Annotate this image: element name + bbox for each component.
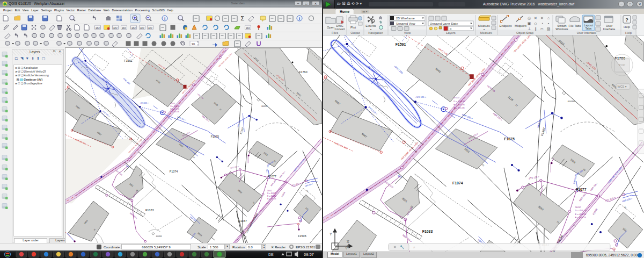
svg-text:✕: ✕ [534, 16, 537, 20]
svg-text:A = 456.24: A = 456.24 [575, 216, 587, 219]
svg-text:<SBR 700 -57.8-1.0%: <SBR 700 -57.8-1.0% [607, 166, 623, 184]
svg-text:F1760: F1760 [299, 70, 308, 74]
svg-text:Measure: Measure [480, 31, 493, 34]
svg-text:Help: Help [624, 25, 630, 28]
svg-text:F1075: F1075 [504, 137, 515, 141]
svg-text:<VC 125 >: <VC 125 > [140, 102, 149, 104]
svg-text:0: 0 [450, 27, 451, 31]
svg-text:<PVC 250: <PVC 250 [122, 77, 130, 85]
svg-text:User Interface: User Interface [577, 31, 596, 34]
svg-text:F1597: F1597 [239, 127, 244, 134]
svg-text:D = 459.19: D = 459.19 [267, 192, 276, 195]
svg-text:⊥: ⊥ [528, 27, 531, 31]
svg-text:STZ 120 >: STZ 120 > [291, 182, 300, 187]
svg-text:◇: ◇ [534, 22, 537, 25]
svg-text:abc: abc [113, 26, 118, 30]
svg-text:PVC 125 >: PVC 125 > [368, 106, 378, 115]
svg-text:<VC 125 >: <VC 125 > [415, 96, 427, 98]
svg-text:56/02: 56/02 [267, 190, 272, 192]
svg-text:Help: Help [625, 31, 632, 34]
svg-text:?: ? [625, 17, 628, 23]
svg-text:Layers: Layers [446, 31, 456, 34]
svg-text:•: • [548, 22, 550, 25]
svg-text:Unsaved Layer State: Unsaved Layer State [430, 22, 458, 25]
svg-text:<STZ 120: <STZ 120 [115, 169, 122, 176]
svg-text:Files: Files [332, 31, 338, 34]
svg-text:∥: ∥ [535, 27, 537, 31]
svg-text:NBR 250 >: NBR 250 > [129, 212, 138, 219]
svg-text:26: 26 [624, 206, 627, 210]
svg-text:abc: abc [96, 26, 100, 30]
svg-text:<PVC 250: <PVC 250 [393, 65, 404, 75]
svg-text:▣: ▣ [528, 22, 531, 25]
svg-text:NBR 250 >: NBR 250 > [579, 191, 588, 202]
svg-text:F1077: F1077 [576, 188, 587, 191]
svg-text:◔: ◔ [541, 22, 543, 25]
svg-text:▾: ▾ [370, 28, 371, 31]
svg-text:Navigation: Navigation [368, 31, 383, 34]
svg-text:abc: abc [131, 26, 136, 30]
svg-text:<HPE 125 -20K: <HPE 125 -20K [333, 141, 348, 150]
svg-text:F1074: F1074 [170, 170, 178, 173]
svg-text:Output: Output [350, 31, 360, 34]
svg-text:🔧: 🔧 [400, 245, 405, 249]
svg-text:Gschwaderstrasse: Gschwaderstrasse [244, 212, 258, 234]
svg-text:F1077: F1077 [268, 175, 276, 178]
svg-text:Y: Y [330, 232, 332, 236]
svg-text:D = 459.19: D = 459.19 [575, 209, 587, 212]
svg-text:✕: ✕ [540, 16, 544, 20]
svg-text:Extents: Extents [365, 24, 376, 27]
svg-text:Σ: Σ [241, 15, 245, 22]
svg-text:2D Wireframe: 2D Wireframe [396, 17, 415, 20]
svg-text:<SBR 700 -57.8-1.0%: <SBR 700 -57.8-1.0% [293, 158, 305, 173]
svg-text:View: View [404, 31, 411, 34]
svg-text:NBR 250 >: NBR 250 > [270, 178, 277, 187]
svg-text:⌕: ⌕ [413, 245, 415, 249]
svg-text:23: 23 [481, 163, 485, 167]
svg-text:F1506: F1506 [298, 234, 306, 238]
svg-text:F1591: F1591 [396, 42, 406, 46]
svg-text:D = 458.36: D = 458.36 [453, 100, 465, 103]
svg-text:STZ 120 >: STZ 120 > [529, 175, 540, 180]
svg-text:<STZ 120: <STZ 120 [384, 181, 394, 189]
svg-text:Unsaved View: Unsaved View [396, 22, 416, 25]
svg-text:Interface: Interface [603, 27, 616, 31]
svg-text:Measure: Measure [478, 24, 491, 27]
svg-text:X: X [347, 240, 349, 243]
svg-text:F1598: F1598 [592, 208, 598, 216]
svg-text:✕: ✕ [393, 245, 397, 249]
svg-text:▾: ▾ [484, 28, 485, 31]
svg-text:D = 458.36: D = 458.36 [171, 105, 180, 108]
svg-text:F1037: F1037 [238, 219, 247, 223]
svg-text:Tabs: Tabs [586, 27, 592, 30]
svg-text:PVC 125 >: PVC 125 > [102, 110, 110, 118]
svg-text:✂: ✂ [540, 27, 544, 31]
svg-text:abc: abc [140, 26, 145, 30]
svg-text:DE: DE [268, 253, 274, 256]
svg-text:6/100: 6/100 [171, 103, 175, 105]
svg-text:Windows: Windows [555, 27, 568, 31]
svg-text:File Tabs: File Tabs [568, 24, 581, 27]
svg-text:▨: ▨ [547, 27, 551, 31]
svg-text:F1591: F1591 [124, 59, 133, 62]
svg-text:F1033: F1033 [422, 230, 433, 233]
svg-text:◎: ◎ [528, 16, 531, 20]
svg-text:NBR 300 >: NBR 300 > [177, 116, 186, 121]
svg-text:600399: 600399 [261, 105, 267, 108]
svg-text:⌂: ⌂ [547, 16, 550, 20]
svg-text:STZ 120 >: STZ 120 > [230, 166, 239, 169]
svg-text:F1075: F1075 [211, 135, 219, 138]
svg-text:Convert: Convert [335, 27, 345, 31]
svg-text:09:57: 09:57 [304, 252, 314, 257]
svg-text:i: i [299, 16, 300, 21]
svg-text:Midpoint: Midpoint [515, 24, 526, 27]
svg-text:56/02: 56/02 [575, 206, 581, 209]
svg-text:Plot: Plot [350, 26, 356, 29]
svg-text:600399: 600399 [568, 100, 576, 103]
svg-text:abc: abc [246, 26, 251, 30]
svg-text:36: 36 [192, 42, 195, 46]
svg-text:abc: abc [148, 26, 153, 30]
svg-text:6/100: 6/100 [453, 96, 459, 99]
svg-text:F1598: F1598 [281, 191, 286, 197]
svg-text:NBR 750 >: NBR 750 > [589, 182, 598, 192]
